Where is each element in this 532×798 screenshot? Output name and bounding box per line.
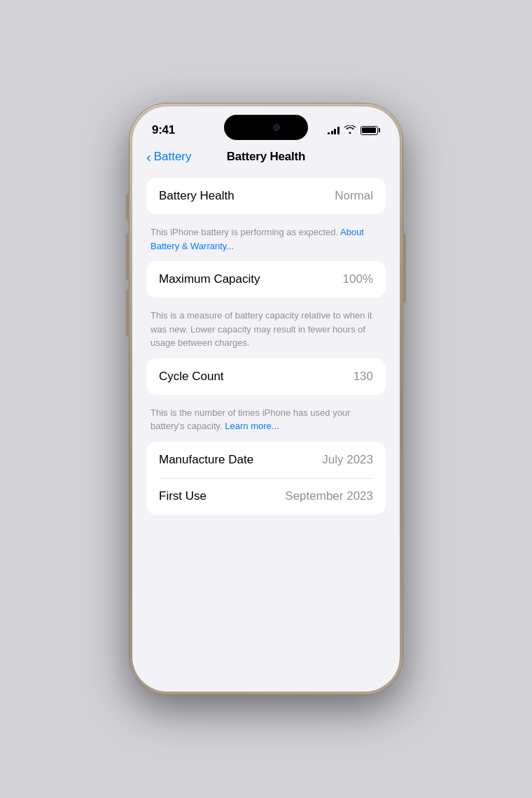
dynamic-island: [224, 115, 308, 140]
battery-health-description: This iPhone battery is performing as exp…: [146, 220, 386, 261]
first-use-value: September 2023: [285, 489, 373, 503]
phone-screen: 9:41: [132, 106, 400, 692]
manufacture-date-row: Manufacture Date July 2023: [146, 442, 386, 478]
battery-health-value: Normal: [335, 189, 373, 203]
maximum-capacity-label: Maximum Capacity: [159, 272, 260, 286]
content-area: Battery Health Normal This iPhone batter…: [132, 172, 400, 680]
first-use-label: First Use: [159, 489, 206, 503]
manufacture-date-value: July 2023: [322, 453, 373, 467]
volume-down-button[interactable]: [126, 289, 130, 337]
wifi-icon: [344, 125, 356, 135]
page-title: Battery Health: [227, 150, 305, 164]
cycle-count-description: This is the number of times iPhone has u…: [146, 400, 386, 442]
signal-bar-1: [328, 132, 330, 134]
maximum-capacity-description: This is a measure of battery capacity re…: [146, 303, 386, 358]
maximum-capacity-desc-text: This is a measure of battery capacity re…: [150, 310, 372, 348]
first-use-row: First Use September 2023: [146, 478, 386, 514]
cycle-count-label: Cycle Count: [159, 370, 224, 384]
battery-health-desc-text: This iPhone battery is performing as exp…: [150, 227, 338, 237]
battery-health-card: Battery Health Normal: [146, 178, 386, 214]
signal-bar-3: [334, 129, 336, 134]
battery-status-icon: [360, 126, 381, 135]
phone-frame: 9:41: [130, 104, 402, 694]
cycle-count-learn-more-link[interactable]: Learn more...: [225, 421, 279, 431]
navigation-bar: ‹ Battery Battery Health: [132, 144, 400, 172]
cycle-count-card: Cycle Count 130: [146, 358, 386, 395]
cycle-count-row: Cycle Count 130: [146, 358, 386, 395]
status-bar: 9:41: [132, 106, 400, 144]
signal-bar-2: [331, 131, 333, 134]
cycle-count-value: 130: [354, 370, 373, 384]
back-label: Battery: [154, 150, 192, 164]
maximum-capacity-value: 100%: [343, 272, 373, 286]
signal-icon: [328, 126, 340, 134]
power-button[interactable]: [402, 233, 406, 303]
dates-card: Manufacture Date July 2023 First Use Sep…: [146, 442, 386, 515]
status-icons: [328, 125, 380, 135]
back-chevron-icon: ‹: [146, 150, 151, 164]
status-time: 9:41: [152, 123, 175, 137]
manufacture-date-label: Manufacture Date: [159, 453, 253, 467]
maximum-capacity-card: Maximum Capacity 100%: [146, 261, 386, 298]
battery-health-row: Battery Health Normal: [146, 178, 386, 214]
battery-health-label: Battery Health: [159, 189, 234, 203]
mute-button[interactable]: [126, 195, 130, 220]
camera-dot: [273, 124, 280, 131]
maximum-capacity-row: Maximum Capacity 100%: [146, 261, 386, 298]
back-button[interactable]: ‹ Battery: [146, 150, 192, 164]
volume-up-button[interactable]: [126, 233, 130, 281]
signal-bar-4: [337, 127, 340, 134]
